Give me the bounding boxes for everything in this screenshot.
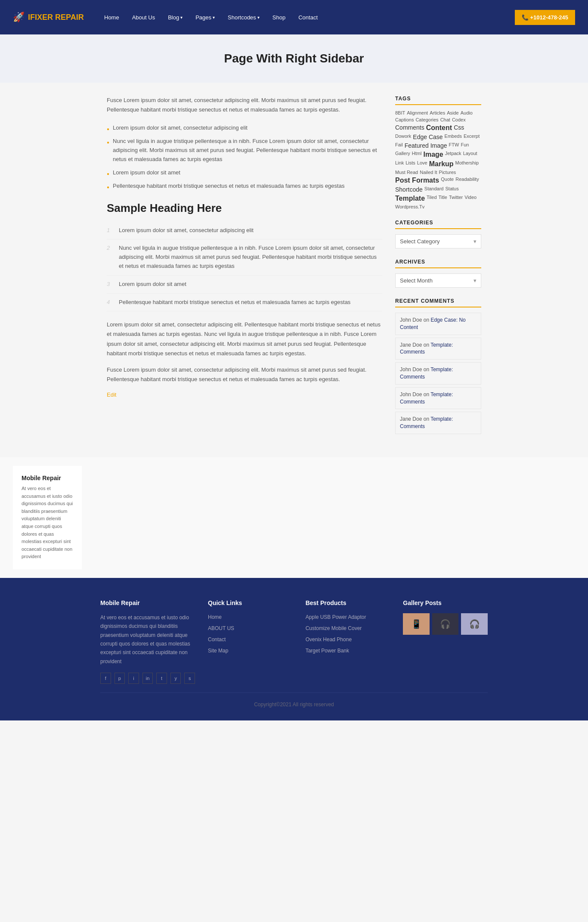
tag-categories[interactable]: Categories [415,117,438,122]
tag-featured-image[interactable]: Featured Image [405,142,447,149]
tag-lists[interactable]: Lists [405,160,415,168]
tag-aside[interactable]: Aside [447,110,459,115]
dropdown-arrow-icon: ▾ [473,238,477,245]
footer-grid: Mobile Repair At vero eos et accusamus e… [100,599,488,684]
tag-template[interactable]: Template [395,195,425,202]
tag-codex[interactable]: Codex [452,117,466,122]
service-desc: At vero eos et accusamus et iusto odio d… [22,485,73,561]
nav-pages[interactable]: Pages ▾ [190,11,220,24]
pinterest-icon[interactable]: p [115,673,125,684]
tag-excerpt[interactable]: Excerpt [464,133,480,140]
tag-wordpress-tv[interactable]: Wordpress.Tv [395,204,424,209]
tag-love[interactable]: Love [417,160,427,168]
phone-button[interactable]: 📞 +1012-478-245 [515,10,575,25]
tag-fail[interactable]: Fail [395,142,403,149]
list-item: 2Nunc vel ligula in augue tristique pell… [107,239,382,275]
dropdown-arrow-icon: ▾ [473,277,477,284]
youtube-icon[interactable]: y [170,673,181,684]
footer-bottom: Copyright©2021 All rights reserved [100,692,488,708]
nav-blog[interactable]: Blog ▾ [163,11,188,24]
list-item: 3Lorem ipsum dolor sit amet [107,276,382,294]
tag-html[interactable]: Html [412,151,422,158]
list-item: ABOUT US [208,624,293,631]
tag-gallery[interactable]: Gallery [395,151,410,158]
tag-dowork[interactable]: Dowork [395,133,411,140]
best-products-title: Best Products [306,599,390,606]
bullet-icon: ● [107,139,109,146]
categories-dropdown[interactable]: Select Category ▾ [395,234,481,248]
bullet-list: ●Lorem ipsum dolor sit amet, consectetur… [107,121,382,192]
nav-shortcodes[interactable]: Shortcodes ▾ [223,11,265,24]
archives-dropdown[interactable]: Select Month ▾ [395,273,481,288]
body-paragraph-2: Fusce Lorem ipsum dolor sit amet, consec… [107,365,382,384]
tag-must-read[interactable]: Must Read [395,170,418,175]
tag-embeds[interactable]: Embeds [445,133,462,140]
tag-mothership[interactable]: Mothership [455,160,479,168]
nav-contact[interactable]: Contact [293,11,323,24]
tag-chat[interactable]: Chat [440,117,450,122]
list-item: Contact [208,636,293,643]
nav-shop[interactable]: Shop [267,11,291,24]
tag-standard[interactable]: Standard [424,186,444,193]
tag-quote[interactable]: Quote [441,177,454,184]
gallery-thumb[interactable]: 📱 [403,613,430,635]
tag-twitter[interactable]: Twitter [449,195,463,202]
tag-alignment[interactable]: Alignment [407,110,428,115]
recent-comments-title: RECENT COMMENTS [395,298,481,307]
tag-shortcode[interactable]: Shortcode [395,186,423,193]
tag-post-formats[interactable]: Post Formats [395,177,439,184]
gallery-title: Gallery Posts [403,599,488,606]
service-title: Mobile Repair [22,475,73,481]
tag-articles[interactable]: Articles [430,110,445,115]
bullet-icon: ● [107,126,109,133]
skype-icon[interactable]: s [184,673,195,684]
tag-tiled[interactable]: Tiled [427,195,436,202]
list-item: ●Lorem ipsum dolor sit amet [107,166,382,180]
gallery-thumb[interactable]: 🎧 [461,613,488,635]
instagram-icon[interactable]: i [128,673,139,684]
edit-link[interactable]: Edit [107,391,116,398]
nav-about[interactable]: About Us [127,11,160,24]
intro-text: Fusce Lorem ipsum dolor sit amet, consec… [107,96,382,115]
nav-home[interactable]: Home [99,11,124,24]
comment-item: John Doe on Edge Case: No Content [395,313,481,335]
tag-link[interactable]: Link [395,160,404,168]
gallery-thumb[interactable]: 🎧 [432,613,459,635]
tag-css[interactable]: Css [454,124,464,132]
tag-jetpack[interactable]: Jetpack [445,151,461,158]
tag-content[interactable]: Content [426,124,452,132]
archives-section: ARCHIVES Select Month ▾ [395,259,481,288]
facebook-icon[interactable]: f [100,673,111,684]
twitter-icon[interactable]: t [156,673,167,684]
tag-layout[interactable]: Layout [463,151,477,158]
list-item: ●Lorem ipsum dolor sit amet, consectetur… [107,121,382,135]
tag-fun[interactable]: Fun [461,142,469,149]
tag-readability[interactable]: Readability [455,177,479,184]
tag-image[interactable]: Image [423,151,443,158]
tag-comments[interactable]: Comments [395,124,424,132]
main-nav: Home About Us Blog ▾ Pages ▾ Shortcodes … [99,11,515,24]
tag-pictures[interactable]: Pictures [439,170,456,175]
logo-text: IFIXER REPAIR [28,13,84,22]
tag-nailed-it[interactable]: Nailed It [420,170,437,175]
tag-8bit[interactable]: 8BIT [395,110,405,115]
tags-section: TAGS 8BIT Alignment Articles Aside Audio… [395,96,481,209]
tag-captions[interactable]: Captions [395,117,414,122]
tag-audio[interactable]: Audio [461,110,473,115]
tag-edge-case[interactable]: Edge Case [413,133,443,140]
tag-video[interactable]: Video [464,195,477,202]
tag-ftw[interactable]: FTW [449,142,459,149]
categories-title: CATEGORIES [395,220,481,229]
quick-links-list: Home ABOUT US Contact Site Map [208,613,293,654]
service-card: Mobile Repair At vero eos et accusamus e… [13,466,82,569]
tag-markup[interactable]: Markup [429,160,454,168]
categories-section: CATEGORIES Select Category ▾ [395,220,481,248]
footer-banner: Mobile Repair At vero eos et accusamus e… [0,457,588,578]
comment-item: John Doe on Template: Comments [395,387,481,410]
tag-title[interactable]: Title [439,195,447,202]
logo[interactable]: 🚀 IFIXER REPAIR [13,12,90,23]
tag-status[interactable]: Status [445,186,458,193]
linkedin-icon[interactable]: in [142,673,153,684]
sidebar: TAGS 8BIT Alignment Articles Aside Audio… [395,96,481,444]
list-item: Target Power Bank [306,647,390,654]
